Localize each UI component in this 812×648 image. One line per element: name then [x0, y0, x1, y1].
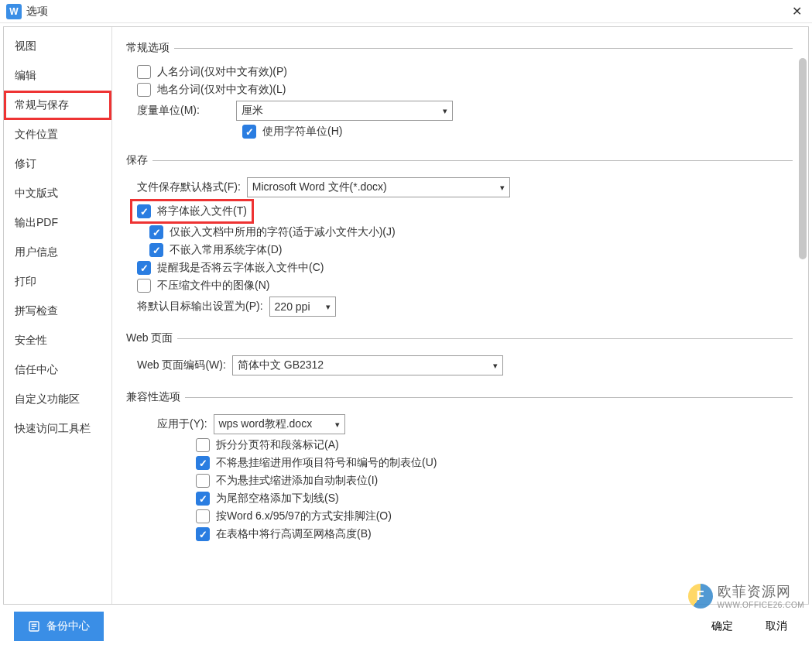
checkbox-icon [242, 125, 256, 139]
checkbox-nohang-tab[interactable]: 不将悬挂缩进用作项目符号和编号的制表位(U) [196, 456, 437, 470]
row-nohang-tab: 不将悬挂缩进用作项目符号和编号的制表位(U) [196, 456, 793, 470]
group-web-legend: Web 页面 [126, 331, 177, 345]
sidebar-item-7[interactable]: 用户信息 [4, 238, 111, 267]
group-compat-legend: 兼容性选项 [126, 390, 185, 404]
row-no-compress: 不压缩文件中的图像(N) [137, 279, 793, 293]
checkbox-label: 拆分分页符和段落标记(A) [216, 438, 339, 452]
sidebar-item-1[interactable]: 编辑 [4, 61, 111, 91]
checkbox-icon [196, 474, 210, 488]
sidebar-item-8[interactable]: 打印 [4, 267, 111, 297]
apply-select[interactable]: wps word教程.docx [214, 414, 345, 434]
row-unit: 度量单位(M): 厘米 [137, 101, 793, 121]
checkbox-noauto-tab[interactable]: 不为悬挂式缩进添加自动制表位(I) [196, 474, 378, 488]
row-embed-font: 将字体嵌入文件(T) [132, 201, 793, 221]
checkbox-label: 仅嵌入文档中所用的字符(适于减小文件大小)(J) [170, 225, 396, 239]
sidebar-item-6[interactable]: 输出PDF [4, 208, 111, 238]
row-not-common: 不嵌入常用系统字体(D) [149, 243, 793, 257]
checkbox-icon [137, 65, 151, 79]
sidebar-item-5[interactable]: 中文版式 [4, 179, 111, 208]
encoding-label: Web 页面编码(W): [137, 358, 226, 372]
sidebar-item-0[interactable]: 视图 [4, 32, 111, 61]
checkbox-not-common[interactable]: 不嵌入常用系统字体(D) [149, 243, 282, 257]
checkbox-icon [196, 509, 210, 523]
checkbox-label: 不压缩文件中的图像(N) [157, 279, 269, 293]
unit-select[interactable]: 厘米 [236, 101, 453, 121]
checkbox-no-compress[interactable]: 不压缩文件中的图像(N) [137, 279, 269, 293]
sidebar-item-10[interactable]: 安全性 [4, 326, 111, 355]
close-button[interactable]: ✕ [781, 0, 812, 23]
checkbox-split-page[interactable]: 拆分分页符和段落标记(A) [196, 438, 339, 452]
sidebar-item-4[interactable]: 修订 [4, 149, 111, 179]
window-title: 选项 [26, 5, 781, 19]
ppi-select[interactable]: 220 ppi [269, 297, 336, 317]
row-split-page: 拆分分页符和段落标记(A) [196, 438, 793, 452]
app-icon: W [6, 4, 22, 19]
group-general: 常规选项 人名分词(仅对中文有效)(P) 地名分词(仅对中文有效)(L) 度量单… [126, 41, 793, 142]
checkbox-word6[interactable]: 按Word 6.x/95/97的方式安排脚注(O) [196, 509, 392, 523]
backup-icon [28, 620, 40, 633]
encoding-select[interactable]: 简体中文 GB2312 [232, 355, 503, 375]
row-target-ppi: 将默认目标输出设置为(P): 220 ppi [137, 297, 793, 317]
main-area: 视图编辑常规与保存文件位置修订中文版式输出PDF用户信息打印拼写检查安全性信任中… [3, 26, 809, 605]
checkbox-underline-trail[interactable]: 为尾部空格添加下划线(S) [196, 492, 339, 506]
checkbox-person-name[interactable]: 人名分词(仅对中文有效)(P) [137, 65, 287, 79]
checkbox-label: 使用字符单位(H) [262, 125, 342, 139]
backup-label: 备份中心 [46, 619, 90, 633]
row-word6: 按Word 6.x/95/97的方式安排脚注(O) [196, 509, 793, 523]
checkbox-icon [149, 225, 163, 239]
group-web: Web 页面 Web 页面编码(W): 简体中文 GB2312 [126, 331, 793, 379]
group-compat: 兼容性选项 应用于(Y): wps word教程.docx 拆分分页符和段落标记… [126, 390, 793, 545]
checkbox-label: 在表格中将行高调至网格高度(B) [216, 527, 372, 541]
checkbox-label: 提醒我是否将云字体嵌入文件中(C) [157, 261, 324, 275]
sidebar-item-3[interactable]: 文件位置 [4, 120, 111, 149]
checkbox-icon [196, 456, 210, 470]
row-char-unit: 使用字符单位(H) [242, 125, 793, 139]
checkbox-embed-font[interactable]: 将字体嵌入文件(T) [137, 204, 247, 218]
checkbox-label: 不将悬挂缩进用作项目符号和编号的制表位(U) [216, 456, 437, 470]
checkbox-place-name[interactable]: 地名分词(仅对中文有效)(L) [137, 83, 286, 97]
checkbox-row-height[interactable]: 在表格中将行高调至网格高度(B) [196, 527, 372, 541]
checkbox-label: 人名分词(仅对中文有效)(P) [157, 65, 287, 79]
unit-value: 厘米 [242, 104, 263, 118]
group-general-legend: 常规选项 [126, 41, 174, 55]
encoding-value: 简体中文 GB2312 [238, 358, 324, 372]
backup-center-button[interactable]: 备份中心 [14, 612, 104, 641]
ok-button[interactable]: 确定 [701, 615, 744, 638]
row-underline-trail: 为尾部空格添加下划线(S) [196, 492, 793, 506]
checkbox-embed-used[interactable]: 仅嵌入文档中所用的字符(适于减小文件大小)(J) [149, 225, 396, 239]
checkbox-char-unit[interactable]: 使用字符单位(H) [242, 125, 342, 139]
sidebar: 视图编辑常规与保存文件位置修订中文版式输出PDF用户信息打印拼写检查安全性信任中… [4, 27, 112, 604]
row-row-height: 在表格中将行高调至网格高度(B) [196, 527, 793, 541]
highlight-embed-font: 将字体嵌入文件(T) [132, 201, 252, 221]
row-encoding: Web 页面编码(W): 简体中文 GB2312 [137, 355, 793, 375]
row-place-name: 地名分词(仅对中文有效)(L) [137, 83, 793, 97]
scrollbar[interactable] [799, 58, 807, 259]
format-select[interactable]: Microsoft Word 文件(*.docx) [247, 177, 510, 197]
ppi-value: 220 ppi [275, 300, 310, 313]
checkbox-label: 地名分词(仅对中文有效)(L) [157, 83, 286, 97]
cancel-button[interactable]: 取消 [755, 615, 798, 638]
title-bar: W 选项 ✕ [0, 0, 812, 23]
sidebar-item-2[interactable]: 常规与保存 [4, 91, 111, 120]
row-remind-cloud: 提醒我是否将云字体嵌入文件中(C) [137, 261, 793, 275]
sidebar-item-12[interactable]: 自定义功能区 [4, 385, 111, 414]
checkbox-icon [137, 279, 151, 293]
checkbox-icon [137, 83, 151, 97]
apply-value: wps word教程.docx [219, 417, 313, 431]
checkbox-icon [196, 438, 210, 452]
apply-label: 应用于(Y): [157, 417, 207, 431]
content-panel: 常规选项 人名分词(仅对中文有效)(P) 地名分词(仅对中文有效)(L) 度量单… [112, 27, 808, 604]
checkbox-label: 将字体嵌入文件(T) [157, 204, 247, 218]
checkbox-label: 按Word 6.x/95/97的方式安排脚注(O) [216, 509, 392, 523]
checkbox-icon [137, 261, 151, 275]
row-person-name: 人名分词(仅对中文有效)(P) [137, 65, 793, 79]
footer: 备份中心 确定 取消 [0, 605, 812, 648]
sidebar-item-11[interactable]: 信任中心 [4, 355, 111, 385]
group-save: 保存 文件保存默认格式(F): Microsoft Word 文件(*.docx… [126, 153, 793, 321]
sidebar-item-9[interactable]: 拼写检查 [4, 297, 111, 326]
sidebar-item-13[interactable]: 快速访问工具栏 [4, 414, 111, 444]
target-label: 将默认目标输出设置为(P): [137, 300, 263, 314]
format-label: 文件保存默认格式(F): [137, 180, 241, 194]
checkbox-icon [196, 527, 210, 541]
checkbox-remind-cloud[interactable]: 提醒我是否将云字体嵌入文件中(C) [137, 261, 324, 275]
